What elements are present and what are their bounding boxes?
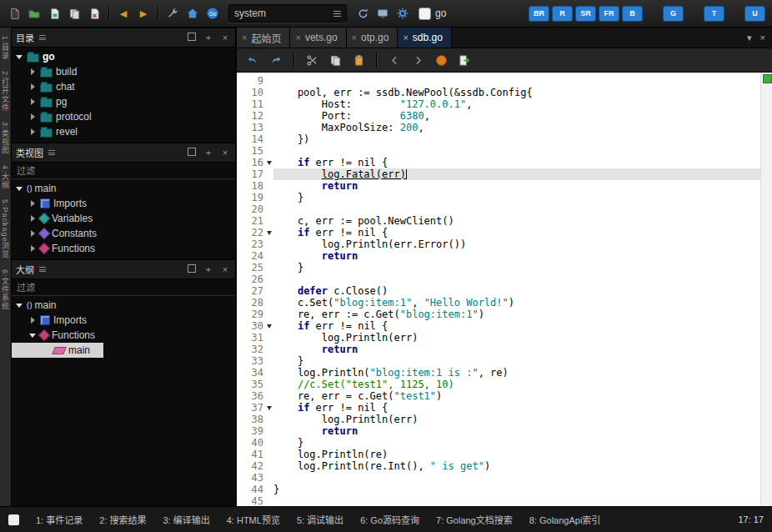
gutter-line[interactable]: 42 [237, 460, 273, 472]
status-pane-5[interactable]: 5: 调试输出 [297, 513, 343, 526]
tree-item-constants[interactable]: Constants [12, 226, 235, 241]
reload-env-button[interactable] [353, 4, 372, 23]
tree-item-imports[interactable]: Imports [12, 313, 235, 328]
status-pane-3[interactable]: 3: 编译输出 [163, 513, 209, 526]
code-line[interactable]: return [273, 344, 760, 355]
paste-button[interactable] [349, 51, 368, 69]
side-tab-1[interactable]: 1:目录 [0, 36, 11, 61]
code-line[interactable]: return [273, 180, 760, 192]
fold-marker-icon[interactable] [265, 157, 273, 168]
home-button[interactable] [183, 4, 202, 23]
code-line[interactable]: log.Println(re.Int(), " is get") [273, 460, 760, 472]
build-badge-u[interactable]: U [744, 6, 765, 22]
gutter-line[interactable]: 45 [237, 495, 273, 507]
panel-float-button[interactable]: + [203, 33, 214, 43]
gutter-line[interactable]: 41 [237, 449, 273, 460]
tab-close-icon[interactable]: × [295, 33, 300, 43]
code-line[interactable]: re, err = c.Get("test1") [273, 390, 760, 402]
code-line[interactable] [273, 274, 760, 285]
code-line[interactable]: if err != nil { [273, 227, 760, 238]
tabbar-close-button[interactable]: × [760, 33, 765, 43]
gutter-line[interactable]: 34 [237, 367, 273, 379]
gutter-line[interactable]: 28 [237, 297, 273, 309]
code-editor[interactable]: 9101112131415161718192021222324252627282… [237, 73, 772, 506]
code-line[interactable]: if err != nil { [273, 320, 760, 332]
code-line[interactable]: pool, err := ssdb.NewPool(&ssdb.Config{ [273, 87, 760, 98]
build-badge-br[interactable]: BR [529, 6, 549, 22]
build-badge-r[interactable]: R [552, 6, 573, 22]
gutter-line[interactable]: 33 [237, 355, 273, 367]
tree-item-protocol[interactable]: protocol [12, 109, 235, 124]
fold-marker-icon[interactable] [265, 402, 273, 414]
tab-close-icon[interactable]: × [242, 33, 247, 43]
gutter-line[interactable]: 40 [237, 437, 273, 449]
tab-起始页[interactable]: ×起始页 [237, 28, 290, 48]
gutter-line[interactable]: 38 [237, 414, 273, 425]
jump-back-button[interactable] [385, 51, 404, 69]
classview-filter-input[interactable] [12, 163, 235, 179]
export-button[interactable] [455, 51, 474, 69]
go-docs-button[interactable]: Go [203, 4, 222, 23]
gutter-line[interactable]: 9 [237, 75, 273, 87]
code-line[interactable]: log.Fatal(err) [273, 168, 760, 180]
gutter-line[interactable]: 32 [237, 344, 273, 355]
tree-item-pg[interactable]: pg [12, 94, 235, 109]
code-text-area[interactable]: pool, err := ssdb.NewPool(&ssdb.Config{ … [273, 73, 760, 506]
tree-item-build[interactable]: build [12, 64, 235, 79]
status-pane-4[interactable]: 4: HTML预览 [227, 513, 280, 526]
options-button[interactable] [394, 4, 412, 23]
new-file-button[interactable] [5, 4, 23, 23]
gutter-line[interactable]: 19 [237, 192, 273, 203]
code-line[interactable]: } [273, 437, 760, 449]
panel-sync-button[interactable] [186, 33, 198, 43]
gutter-line[interactable]: 35 [237, 379, 273, 390]
code-line[interactable]: //c.Set("test1", 1125, 10) [273, 379, 760, 390]
tree-item-go[interactable]: go [12, 49, 235, 64]
expand-arrow-icon[interactable] [28, 68, 37, 75]
gutter-line[interactable]: 36 [237, 390, 273, 402]
gutter-line[interactable]: 21 [237, 215, 273, 227]
env-combobox[interactable]: system [228, 4, 347, 23]
build-badge-g[interactable]: G [663, 6, 684, 22]
terminal-button[interactable] [373, 4, 392, 23]
build-badge-sr[interactable]: SR [575, 6, 596, 22]
gutter-line[interactable]: 26 [237, 274, 273, 285]
panel-menu-icon[interactable] [39, 34, 46, 42]
gutter-line[interactable]: 27 [237, 285, 273, 297]
tree-item-main[interactable]: ( )main [12, 181, 235, 196]
tab-sdb.go[interactable]: ×sdb.go [398, 28, 451, 48]
code-line[interactable]: } [273, 355, 760, 367]
expand-arrow-icon[interactable] [28, 113, 37, 120]
side-tab-5[interactable]: 5:Package浏览 [0, 199, 11, 259]
collapse-arrow-icon[interactable] [15, 304, 23, 308]
undo-button[interactable] [243, 51, 262, 69]
navigate-forward-button[interactable]: ▶ [134, 4, 153, 23]
panel-sync-button[interactable] [186, 264, 198, 274]
tree-item-imports[interactable]: Imports [12, 196, 235, 211]
code-line[interactable]: } [273, 484, 760, 495]
gutter-line[interactable]: 17 [237, 168, 273, 180]
tree-item-main[interactable]: ( )main [12, 298, 235, 313]
tree-item-revel[interactable]: revel [12, 124, 235, 139]
copy-button[interactable] [326, 51, 344, 69]
gutter-line[interactable]: 24 [237, 250, 273, 262]
code-line[interactable] [273, 203, 760, 215]
tab-vets.go[interactable]: ×vets.go [290, 28, 346, 48]
fold-marker-icon[interactable] [265, 320, 273, 332]
cut-button[interactable] [303, 51, 321, 69]
tree-item-functions[interactable]: Functions [12, 241, 235, 256]
code-line[interactable]: log.Println(err.Error()) [273, 238, 760, 250]
expand-arrow-icon[interactable] [28, 98, 37, 105]
code-line[interactable]: }) [273, 133, 760, 145]
panel-sync-button[interactable] [186, 148, 198, 158]
expand-arrow-icon[interactable] [28, 245, 37, 252]
build-config-button[interactable] [163, 4, 182, 23]
gutter-line[interactable]: 13 [237, 122, 273, 133]
gutter-line[interactable]: 31 [237, 332, 273, 344]
expand-arrow-icon[interactable] [28, 230, 37, 237]
side-tab-3[interactable]: 3:类视图 [0, 122, 11, 155]
close-file-button[interactable] [85, 4, 103, 23]
code-line[interactable]: } [273, 192, 760, 203]
status-pane-6[interactable]: 6: Go源码查询 [360, 513, 419, 526]
side-tab-6[interactable]: 6:文件系统 [0, 269, 11, 311]
